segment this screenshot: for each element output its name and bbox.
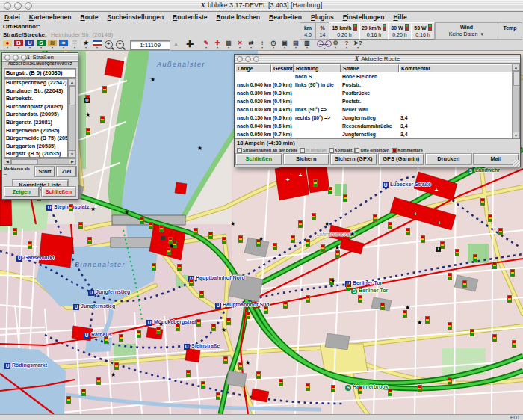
checkbox-icon[interactable] <box>329 148 334 153</box>
bike-icon[interactable]: ▾ <box>319 40 329 50</box>
menu-item-einstellungen[interactable]: Einstellungen <box>338 13 389 21</box>
ubahn-layer-icon[interactable]: U▾ <box>25 40 35 50</box>
route-table-row[interactable]: nach 0.150 km(0.6 km)rechts (80°) =>Jung… <box>235 114 519 122</box>
scroll-down-icon[interactable]: ▼ <box>69 150 75 157</box>
menu-item-bearbeiten[interactable]: Bearbeiten <box>264 13 306 21</box>
checkbox-icon[interactable] <box>300 148 305 153</box>
chevron-down-icon[interactable]: ▾ <box>217 46 218 49</box>
column-header-kommentar[interactable]: Kommentar <box>399 64 519 72</box>
sbahn-layer-icon[interactable]: S▾ <box>36 40 46 50</box>
menu-item-route-l-schen[interactable]: Route löschen <box>211 13 264 21</box>
elevation-icon[interactable]: ↕▾ <box>257 40 267 50</box>
street-list-item[interactable]: Burbekstr. <box>4 95 67 103</box>
help-icon[interactable]: ?▾ <box>341 40 352 50</box>
bus-layer-icon[interactable]: ≋▾ <box>47 40 58 50</box>
insert-point-icon[interactable]: ✚▾ <box>212 40 223 50</box>
chevron-down-icon[interactable]: ▾ <box>40 46 42 49</box>
column-header-gesamt[interactable]: Gesamt <box>271 64 294 72</box>
route-window-titlebar[interactable]: XAktuelle Route <box>235 55 520 64</box>
context-help-icon[interactable]: ➤?▾ <box>353 40 363 50</box>
menu-item-datei[interactable]: Datei <box>0 13 25 21</box>
chevron-down-icon[interactable]: ▾ <box>228 46 229 49</box>
route-table-scrollbar[interactable]: ▲ ▼ <box>512 64 519 138</box>
chevron-down-icon[interactable]: ▾ <box>52 46 53 49</box>
menu-item-route[interactable]: Route <box>75 13 102 21</box>
street-list-item[interactable]: Bürgerstr. (22081) <box>4 119 67 127</box>
route-table-row[interactable]: nach SHohe Bleichen <box>235 72 519 81</box>
scroll-up-icon[interactable]: ▲ <box>69 79 75 86</box>
street-list-item[interactable]: Burggarten (20535) <box>4 143 67 151</box>
hscroll-thumb[interactable] <box>11 159 38 164</box>
column-header-richtung[interactable]: Richtung <box>294 64 341 72</box>
menu-item-plugins[interactable]: Plugins <box>306 13 338 21</box>
chevron-down-icon[interactable]: ▾ <box>306 46 308 49</box>
street-list-item[interactable]: Buntspechtweg (22547) <box>4 79 67 87</box>
save-icon[interactable]: ▤▾ <box>291 40 301 50</box>
street-search-input[interactable]: Burgstr. (B 5) (20535) <box>4 68 76 78</box>
gps-garmin-button[interactable]: GPS (Garmin) <box>379 154 424 164</box>
edit-route-icon[interactable]: ✎▾ <box>201 40 211 50</box>
zoom-out-icon[interactable]: − <box>114 40 125 50</box>
option-kommentare[interactable]: Kommentare <box>392 148 423 153</box>
scroll-down-icon[interactable]: ▼ <box>513 132 519 138</box>
option-stra-ennamen-an-der-breite[interactable]: Straßennamen an der Breite <box>237 148 297 153</box>
route-table-row[interactable]: nach 0.030 km(0.4 km)links (90°) =>Neuer… <box>235 105 519 114</box>
ziel-button[interactable]: Ziel <box>57 167 76 176</box>
bahn-layer-icon[interactable]: B▾ <box>13 40 24 50</box>
chevron-down-icon[interactable]: ▾ <box>85 46 87 49</box>
route-table-row[interactable]: nach 0.300 km(0.3 km)Postbrücke <box>235 89 519 97</box>
delete-route-icon[interactable]: ✕▾ <box>235 40 245 50</box>
route-table-icon[interactable]: ▦▾ <box>223 40 234 50</box>
wind-cell[interactable]: Wind Keine Daten▼ <box>435 22 498 40</box>
stat-cell-30-w[interactable]: 30 W0:20 h <box>388 22 411 40</box>
scroll-up-icon[interactable]: ▲ <box>513 64 519 71</box>
menu-item-kartenebenen[interactable]: Kartenebenen <box>25 13 76 21</box>
alphabet-index[interactable]: ABCDEFGHIJKLMNOPQRSTUVWXYZ <box>2 62 78 67</box>
street-list-item[interactable]: Bürgerweide (20535) <box>4 127 67 135</box>
checkbox-icon[interactable] <box>392 148 397 153</box>
start-button[interactable]: Start <box>35 167 55 176</box>
stat-cell-20-km-h[interactable]: 20 km/h0:16 h <box>359 22 388 40</box>
ferry-layer-icon[interactable]: ≈▾ <box>58 40 69 50</box>
chevron-down-icon[interactable]: ▾ <box>74 46 75 49</box>
reverse-route-icon[interactable]: ⇄▾ <box>246 40 256 50</box>
chevron-down-icon[interactable]: ▾ <box>284 46 285 49</box>
option-orte-einbinden[interactable]: Orte einbinden <box>354 148 389 153</box>
street-list-item[interactable]: Bunzlauer Str. (22043) <box>4 87 67 96</box>
new-window-icon[interactable]: ▣▾ <box>279 40 290 50</box>
chevron-down-icon[interactable]: ▾ <box>63 46 64 49</box>
scale-display[interactable]: 1:11109 <box>130 40 170 50</box>
sichern-gpx-button[interactable]: Sichern (GPX) <box>331 154 377 164</box>
street-list-hscrollbar[interactable]: ◀ ▶ <box>4 158 76 165</box>
street-list-item[interactable]: Burchardplatz (20095) <box>4 103 67 111</box>
time-icon[interactable]: ◷▾ <box>268 40 279 50</box>
traffic-light-layer-icon[interactable]: ●▾ <box>2 40 13 50</box>
checkbox-icon[interactable] <box>354 148 359 153</box>
checkbox-icon[interactable] <box>237 148 242 153</box>
chevron-down-icon[interactable]: ▾ <box>295 46 297 49</box>
chevron-down-icon[interactable]: ▾ <box>205 46 207 49</box>
chevron-down-icon[interactable]: ▾ <box>239 46 241 49</box>
scroll-right-icon[interactable]: ▶ <box>69 159 75 164</box>
street-list[interactable]: Buntspechtweg (22547)Bunzlauer Str. (220… <box>4 78 68 158</box>
street-list-item[interactable]: Bürgerweide (B 75) (2053 <box>4 135 67 143</box>
street-list-vscrollbar[interactable]: ▲ ▼ <box>68 78 76 158</box>
streets-schliessen-button[interactable]: Schließen <box>42 187 76 197</box>
chevron-down-icon[interactable]: ▾ <box>262 46 263 49</box>
sights-layer-icon[interactable]: ★▾ <box>81 40 91 50</box>
streets-window-titlebar[interactable]: XStraßen <box>2 53 78 62</box>
mail-button[interactable]: Mail <box>474 154 519 164</box>
option-kompakt[interactable]: Kompakt <box>329 148 353 153</box>
scroll-thumb[interactable] <box>69 86 75 105</box>
scale-slider-icon[interactable]: ▲ <box>173 41 179 46</box>
column-header-l-nge[interactable]: Länge <box>235 64 271 72</box>
stat-cell-15-km-h[interactable]: 15 km/h0:20 h <box>329 22 359 40</box>
border-layer-icon[interactable]: ▒▾ <box>69 40 80 50</box>
menu-item-hilfe[interactable]: Hilfe <box>389 13 411 21</box>
column-header-stra-e[interactable]: Straße <box>341 64 399 72</box>
route-table-row[interactable]: nach 0.040 km(0.0 km)links (90°) in dieP… <box>235 81 519 89</box>
print-icon[interactable]: ▥▾ <box>302 40 312 50</box>
route-table-row[interactable]: nach 0.040 km(0.6 km)Reesendammbrücke3,4 <box>235 122 519 130</box>
schlie-en-button[interactable]: Schließen <box>236 154 282 164</box>
zeigen-button[interactable]: Zeigen <box>4 187 39 197</box>
